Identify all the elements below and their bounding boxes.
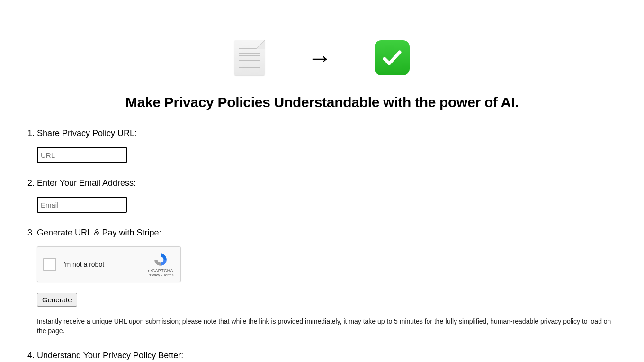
- document-icon: [234, 40, 265, 75]
- step-2-label: Enter Your Email Address:: [37, 178, 620, 188]
- recaptcha-checkbox[interactable]: [43, 258, 56, 271]
- page-headline: Make Privacy Policies Understandable wit…: [24, 94, 620, 110]
- hero-icon-row: →: [24, 0, 620, 94]
- recaptcha-brand-text: reCAPTCHA: [146, 268, 175, 273]
- checkmark-icon: [375, 40, 410, 75]
- step-1: Share Privacy Policy URL:: [37, 128, 620, 163]
- email-input[interactable]: [37, 197, 127, 213]
- generate-button[interactable]: Generate: [37, 293, 77, 307]
- steps-list: Share Privacy Policy URL: Enter Your Ema…: [24, 128, 620, 361]
- recaptcha-links[interactable]: Privacy - Terms: [146, 273, 175, 277]
- generation-note: Instantly receive a unique URL upon subm…: [37, 317, 620, 335]
- recaptcha-widget: I'm not a robot reCAPTCHA Privacy - Term…: [37, 246, 181, 282]
- step-2: Enter Your Email Address:: [37, 178, 620, 213]
- recaptcha-label: I'm not a robot: [62, 261, 146, 268]
- step-3: Generate URL & Pay with Stripe: I'm not …: [37, 228, 620, 335]
- recaptcha-logo-icon: [153, 252, 168, 267]
- recaptcha-badge: reCAPTCHA Privacy - Terms: [146, 252, 175, 277]
- arrow-right-icon: →: [307, 45, 332, 70]
- step-4: Understand Your Privacy Policy Better:: [37, 351, 620, 361]
- step-4-label: Understand Your Privacy Policy Better:: [37, 351, 620, 361]
- step-1-label: Share Privacy Policy URL:: [37, 128, 620, 138]
- url-input[interactable]: [37, 147, 127, 163]
- step-3-label: Generate URL & Pay with Stripe:: [37, 228, 620, 238]
